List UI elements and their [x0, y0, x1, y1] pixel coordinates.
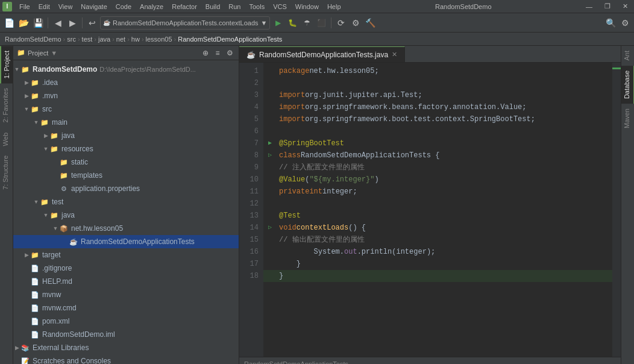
settings2-button[interactable]: ⚙: [618, 16, 632, 30]
save-button[interactable]: 💾: [31, 16, 45, 30]
run-config-combo[interactable]: ☕ RandomSetdDemoApplicationTests.context…: [100, 16, 270, 30]
tree-item-helpmd[interactable]: 📄 HELP.md: [13, 275, 239, 288]
tree-item-resources[interactable]: ▼ 📁 resources: [13, 142, 239, 155]
tree-item-nethwlesson05[interactable]: ▼ 📦 net.hw.lesson05: [13, 222, 239, 235]
collapse-action[interactable]: ≡: [212, 48, 223, 58]
tree-label: resources: [61, 145, 93, 153]
update-button[interactable]: ⟳: [334, 16, 348, 30]
tree-item-gitignore[interactable]: 📄 .gitignore: [13, 262, 239, 275]
tree-item-idea[interactable]: ▶ 📁 .idea: [13, 76, 239, 89]
bc-test[interactable]: test: [82, 36, 93, 43]
bc-hw[interactable]: hw: [131, 36, 140, 43]
settings-action[interactable]: ⚙: [224, 48, 235, 58]
forward-button[interactable]: ▶: [66, 16, 79, 30]
debug-button[interactable]: 🐛: [286, 16, 299, 30]
line-numbers: 123456789101112131415161718: [239, 63, 263, 357]
tree-item-pomxml[interactable]: 📄 pom.xml: [13, 315, 239, 328]
menu-analyze[interactable]: Analyze: [136, 2, 167, 11]
editor-area: ☕ RandomSetdDemoApplicationTests.java ✕ …: [239, 46, 621, 364]
open-button[interactable]: 📂: [17, 16, 30, 30]
tree-item-mvnwcmd[interactable]: 📄 mvnw.cmd: [13, 301, 239, 315]
settings-button[interactable]: ⚙: [349, 16, 362, 30]
tree-item-src[interactable]: ▼ 📁 src: [13, 102, 239, 116]
left-tab-web[interactable]: Web: [0, 128, 13, 151]
menu-code[interactable]: Code: [112, 2, 135, 11]
menu-tools[interactable]: Tools: [245, 2, 268, 11]
tree-item-java[interactable]: ▶ 📁 java: [13, 129, 239, 142]
menu-run[interactable]: Run: [225, 2, 244, 11]
tree-item-test[interactable]: ▼ 📁 test: [13, 195, 239, 209]
new-file-button[interactable]: 📄: [2, 16, 16, 30]
search-everywhere-button[interactable]: 🔍: [604, 16, 617, 30]
tree-item-scratchconsoles[interactable]: 📝 Scratches and Consoles: [13, 354, 239, 364]
tree-label: HELP.md: [42, 277, 72, 286]
gutter-run-hollow-icon[interactable]: ▷: [268, 222, 277, 234]
tree-label: mvnw: [42, 290, 61, 299]
tree-arrow: ▶: [42, 133, 49, 139]
tree-item-mvn[interactable]: ▶ 📁 .mvn: [13, 89, 239, 102]
code-line-13: @Test: [263, 210, 612, 222]
gutter-run-hollow-icon[interactable]: ▷: [268, 149, 277, 162]
code-line-11: private int integer;: [263, 186, 612, 198]
editor-tab-active[interactable]: ☕ RandomSetdDemoApplicationTests.java ✕: [239, 46, 405, 62]
tree-icon: 📚: [20, 343, 30, 353]
left-tab-structure[interactable]: 7: Structure: [0, 151, 13, 195]
tree-icon: 📄: [30, 263, 40, 273]
run-button[interactable]: ▶: [271, 16, 284, 30]
right-tab-database[interactable]: Database: [621, 66, 634, 104]
undo-button[interactable]: ↩: [86, 16, 99, 30]
menu-build[interactable]: Build: [202, 2, 224, 11]
stop-button[interactable]: ⬛: [315, 16, 328, 30]
menu-file[interactable]: File: [16, 2, 34, 11]
coverage-button[interactable]: ☂: [300, 16, 313, 30]
tree-item-testjava[interactable]: ▼ 📁 java: [13, 209, 239, 222]
tree-icon: ☕: [69, 237, 78, 246]
menu-refactor[interactable]: Refactor: [168, 2, 201, 11]
right-side-tabs: Ant Database Maven: [621, 46, 634, 364]
menu-vcs[interactable]: VCS: [269, 2, 290, 11]
tree-item-templates[interactable]: 📁 templates: [13, 169, 239, 182]
tree-item-iml[interactable]: 📄 RandomSetdDemo.iml: [13, 328, 239, 341]
back-button[interactable]: ◀: [51, 16, 64, 30]
tree-item-main[interactable]: ▼ 📁 main: [13, 116, 239, 129]
minimize-button[interactable]: —: [582, 2, 596, 11]
bc-file[interactable]: RandomSetdDemoApplicationTests: [178, 36, 282, 43]
bc-sep-3: ›: [94, 36, 96, 43]
dropdown-arrow[interactable]: ▼: [51, 49, 57, 57]
bc-lesson05[interactable]: lesson05: [146, 36, 172, 43]
bc-java[interactable]: java: [98, 36, 110, 43]
tree-arrow: ▼: [42, 212, 49, 218]
tree-item-mvnw[interactable]: 📄 mvnw: [13, 288, 239, 301]
menu-help[interactable]: Help: [324, 2, 345, 11]
run-config-text: RandomSetdDemoApplicationTests.contextLo…: [113, 19, 259, 27]
tree-item-target[interactable]: ▶ 📁 target: [13, 248, 239, 262]
left-tab-favorites[interactable]: 2: Favorites: [0, 83, 13, 127]
tree-item-extlibs[interactable]: ▶ 📚 External Libraries: [13, 341, 239, 354]
menu-navigate[interactable]: Navigate: [77, 2, 110, 11]
tree-label: static: [71, 158, 88, 166]
maximize-button[interactable]: ❐: [601, 1, 614, 11]
project-tree: ▼ 📁 RandomSetdDemo D:\IdeaProjects\Rando…: [13, 60, 239, 364]
menu-edit[interactable]: Edit: [35, 2, 54, 11]
sidebar: 📁 Project ▼ ⊕ ≡ ⚙ ▼ 📁 RandomSetdDemo D:\…: [13, 46, 239, 364]
menu-view[interactable]: View: [55, 2, 77, 11]
bc-project[interactable]: RandomSetdDemo: [5, 36, 61, 43]
tree-item-static[interactable]: 📁 static: [13, 155, 239, 169]
close-button[interactable]: ✕: [619, 1, 632, 11]
code-content[interactable]: package net.hw.lesson05; import org.juni…: [263, 63, 612, 357]
sync-action[interactable]: ⊕: [200, 48, 211, 58]
tree-item-testfile[interactable]: ☕ RandomSetdDemoApplicationTests: [13, 235, 239, 248]
breadcrumb: RandomSetdDemo › src › test › java › net…: [0, 33, 634, 46]
right-tab-ant[interactable]: Ant: [621, 46, 634, 66]
tree-icon: 📄: [30, 316, 40, 326]
build-button[interactable]: 🔨: [363, 16, 377, 30]
bc-src[interactable]: src: [67, 36, 76, 43]
tab-close-button[interactable]: ✕: [392, 51, 397, 58]
tree-item-root[interactable]: ▼ 📁 RandomSetdDemo D:\IdeaProjects\Rando…: [13, 63, 239, 76]
right-tab-maven[interactable]: Maven: [621, 104, 634, 133]
left-tab-project[interactable]: 1: Project: [0, 46, 13, 83]
menu-window[interactable]: Window: [292, 2, 322, 11]
gutter-run-icon[interactable]: ▶: [268, 137, 277, 149]
bc-net[interactable]: net: [116, 36, 125, 43]
tree-item-appprops[interactable]: ⚙ application.properties: [13, 182, 239, 195]
